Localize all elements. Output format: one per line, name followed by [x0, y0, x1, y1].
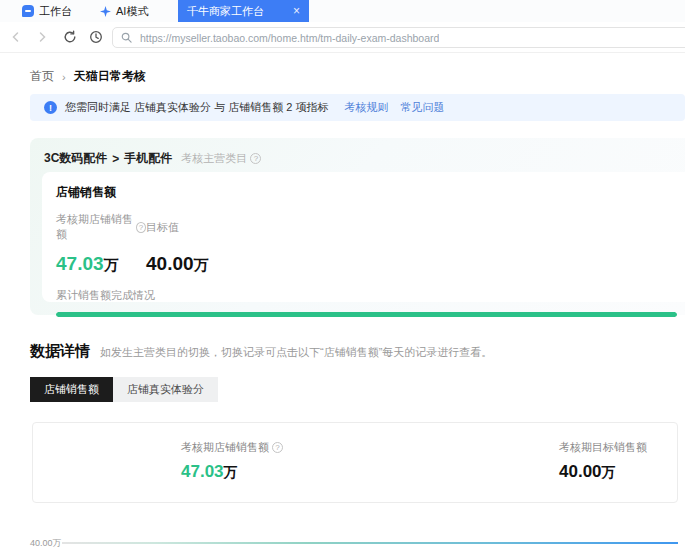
progress-bar-track	[56, 312, 677, 317]
summary-period-target-label: 考核期目标销售额	[559, 440, 647, 455]
target-value: 40.00万	[146, 253, 209, 275]
summary-target-unit: 万	[602, 464, 616, 480]
details-title: 数据详情	[30, 342, 90, 361]
category-main: 3C数码配件	[44, 150, 107, 167]
summary-period-sales-label-text: 考核期店铺销售额	[181, 440, 269, 455]
search-icon	[121, 32, 132, 43]
period-sales-label-text: 考核期店铺销售额	[56, 212, 133, 242]
history-clock-icon	[89, 30, 103, 44]
ai-mode-label: AI模式	[116, 4, 148, 19]
assessment-rules-link[interactable]: 考核规则	[344, 100, 388, 115]
period-sales-help-icon[interactable]: ?	[136, 222, 146, 233]
progress-label: 累计销售额完成情况	[56, 288, 677, 303]
category-separator: >	[112, 152, 119, 166]
details-description: 如发生主营类目的切换，切换记录可点击以下“店铺销售额”每天的记录进行查看。	[100, 345, 492, 360]
summary-period-sales-value: 47.03万	[181, 462, 283, 482]
sales-summary-card: 考核期店铺销售额 ? 47.03万 考核期目标销售额 40.00万	[32, 422, 678, 503]
forward-button[interactable]	[32, 27, 52, 47]
summary-sales-number: 47.03	[181, 462, 224, 481]
address-bar[interactable]: https://myseller.taobao.com/home.htm/tm-…	[112, 27, 685, 48]
progress-bar-fill	[56, 312, 677, 317]
summary-target-number: 40.00	[559, 462, 602, 481]
forward-icon	[36, 31, 48, 43]
category-sub: 手机配件	[124, 150, 172, 167]
target-label: 目标值	[146, 212, 179, 242]
browser-toolbar: https://myseller.taobao.com/home.htm/tm-…	[0, 22, 685, 53]
summary-period-target: 考核期目标销售额 40.00万	[559, 440, 647, 482]
tab-shop-experience[interactable]: 店铺真实体验分	[113, 377, 218, 402]
faq-link[interactable]: 常见问题	[400, 100, 444, 115]
page-title: 天猫日常考核	[74, 68, 146, 85]
card-title: 店铺销售额	[56, 184, 677, 201]
target-unit: 万	[194, 256, 209, 273]
period-sales-label: 考核期店铺销售额 ?	[56, 212, 146, 242]
breadcrumb-separator: ›	[62, 71, 66, 83]
close-icon[interactable]: ×	[293, 5, 300, 17]
browser-tab-qianniu[interactable]: 千牛商家工作台 ×	[178, 0, 309, 22]
info-icon: !	[44, 101, 57, 114]
summary-period-sales-label: 考核期店铺销售额 ?	[181, 440, 283, 455]
banner-text: 您需同时满足 店铺真实体验分 与 店铺销售额 2 项指标	[65, 100, 328, 115]
refresh-button[interactable]	[60, 27, 80, 47]
category-help-icon[interactable]: ?	[250, 153, 261, 164]
workbench-button[interactable]: 工作台	[22, 4, 72, 19]
url-text: https://myseller.taobao.com/home.htm/tm-…	[140, 32, 439, 44]
workbench-label: 工作台	[39, 4, 72, 19]
chart-y-tick-label: 40.00万	[30, 537, 62, 548]
back-button[interactable]	[6, 27, 26, 47]
history-button[interactable]	[86, 27, 106, 47]
refresh-icon	[63, 30, 77, 44]
breadcrumb: 首页 › 天猫日常考核	[30, 68, 146, 85]
ai-sparkle-icon	[100, 6, 111, 17]
ai-mode-button[interactable]: AI模式	[100, 4, 148, 19]
requirement-banner: ! 您需同时满足 店铺真实体验分 与 店铺销售额 2 项指标 考核规则 常见问题	[30, 94, 685, 121]
summary-period-sales: 考核期店铺销售额 ? 47.03万	[181, 440, 283, 482]
chart-target-line	[62, 542, 678, 544]
period-sales-number: 47.03	[56, 253, 104, 274]
sales-metric-card: 店铺销售额 考核期店铺销售额 ? 目标值 47.03万 40.00万 累计销售额…	[42, 172, 685, 302]
assessment-section: 3C数码配件 > 手机配件 考核主营类目 ? 店铺销售额 考核期店铺销售额 ? …	[30, 138, 685, 315]
target-number: 40.00	[146, 253, 194, 274]
category-header: 3C数码配件 > 手机配件 考核主营类目 ?	[44, 150, 261, 167]
breadcrumb-home-link[interactable]: 首页	[30, 68, 54, 85]
details-header: 数据详情 如发生主营类目的切换，切换记录可点击以下“店铺销售额”每天的记录进行查…	[30, 342, 492, 361]
qianniu-window: 工作台 AI模式 千牛商家工作台 ×	[0, 0, 685, 548]
period-sales-unit: 万	[104, 256, 119, 273]
browser-tab-strip: 工作台 AI模式 千牛商家工作台 ×	[0, 0, 685, 22]
period-sales-value: 47.03万	[56, 253, 146, 275]
summary-sales-help-icon[interactable]: ?	[272, 442, 283, 453]
workbench-icon	[22, 5, 34, 17]
tab-shop-sales[interactable]: 店铺销售额	[30, 377, 113, 402]
details-tabs: 店铺销售额 店铺真实体验分	[30, 377, 218, 402]
metric-values-row: 47.03万 40.00万	[56, 246, 677, 275]
summary-period-target-value: 40.00万	[559, 462, 647, 482]
back-icon	[10, 31, 22, 43]
tab-title: 千牛商家工作台	[187, 4, 264, 19]
summary-sales-unit: 万	[224, 464, 238, 480]
category-note: 考核主营类目	[181, 151, 247, 166]
metric-labels-row: 考核期店铺销售额 ? 目标值	[56, 212, 677, 242]
